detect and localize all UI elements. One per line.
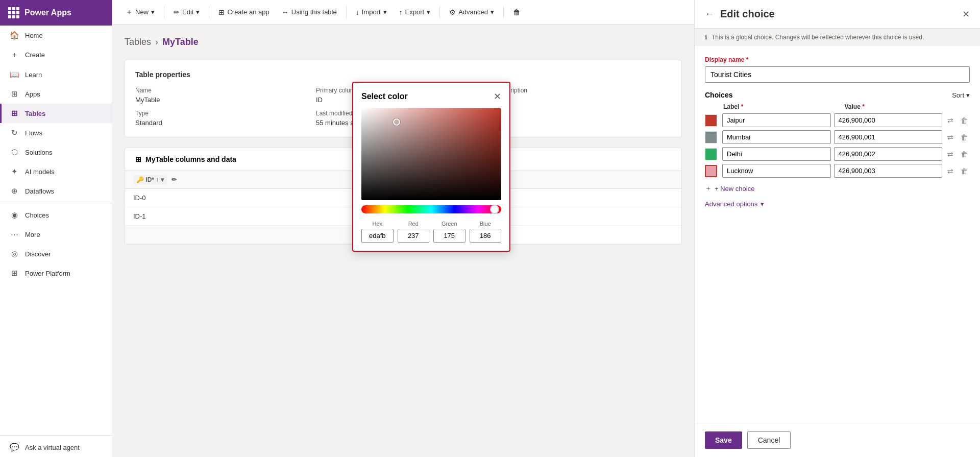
blue-label: Blue [470, 221, 502, 227]
green-group: Green [433, 221, 465, 243]
red-input[interactable] [398, 229, 430, 243]
modal-overlay: Select color ✕ Hex Red Green [0, 0, 980, 457]
color-picker-modal: Select color ✕ Hex Red Green [352, 82, 510, 252]
modal-header: Select color ✕ [361, 91, 501, 102]
red-label: Red [398, 221, 430, 227]
hex-group: Hex [361, 221, 394, 243]
modal-close-button[interactable]: ✕ [494, 91, 501, 102]
color-gradient [361, 108, 501, 200]
color-inputs: Hex Red Green Blue [361, 221, 501, 243]
blue-group: Blue [470, 221, 502, 243]
red-group: Red [398, 221, 430, 243]
modal-title: Select color [361, 92, 408, 101]
hue-slider[interactable] [361, 205, 501, 213]
hue-thumb[interactable] [490, 205, 499, 214]
green-input[interactable] [433, 229, 465, 243]
blue-input[interactable] [470, 229, 502, 243]
hex-label: Hex [361, 221, 394, 227]
hex-input[interactable] [361, 229, 394, 243]
color-canvas[interactable] [361, 108, 501, 200]
green-label: Green [433, 221, 465, 227]
